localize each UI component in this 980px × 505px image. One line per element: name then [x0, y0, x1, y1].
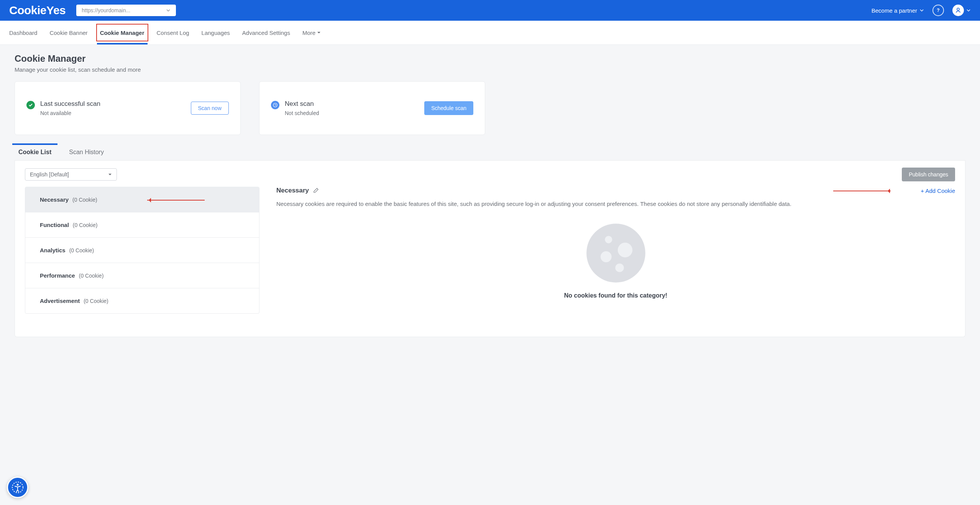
next-scan-sub: Not scheduled — [285, 110, 319, 116]
help-button[interactable]: ? — [932, 5, 944, 16]
last-scan-card: Last successful scan Not available Scan … — [15, 81, 241, 135]
next-scan-card: Next scan Not scheduled Schedule scan — [259, 81, 485, 135]
nav-cookie-banner[interactable]: Cookie Banner — [49, 21, 87, 44]
chevron-down-icon — [966, 8, 971, 13]
top-bar: CookieYes https://yourdomain... Become a… — [0, 0, 980, 21]
category-name: Performance — [40, 272, 75, 279]
top-bar-right: Become a partner ? — [872, 5, 971, 16]
svg-point-1 — [957, 8, 959, 10]
schedule-scan-button[interactable]: Schedule scan — [424, 101, 473, 115]
check-circle-icon — [26, 101, 35, 109]
annotation-arrow-icon — [147, 200, 205, 201]
category-item-advertisement[interactable]: Advertisement (0 Cookie) — [25, 288, 259, 313]
caret-down-icon — [317, 31, 321, 35]
panel-body: Necessary (0 Cookie) Functional (0 Cooki… — [15, 187, 965, 337]
category-name: Advertisement — [40, 298, 80, 304]
svg-point-5 — [617, 242, 632, 257]
svg-point-3 — [586, 224, 645, 283]
category-count: (0 Cookie) — [79, 273, 104, 279]
nav-cookie-manager[interactable]: Cookie Manager — [100, 21, 144, 44]
avatar-icon — [952, 5, 964, 16]
main-nav: Dashboard Cookie Banner Cookie Manager C… — [0, 21, 980, 45]
language-select[interactable]: English [Default] — [25, 168, 117, 181]
category-count: (0 Cookie) — [73, 222, 98, 228]
annotation-arrow-icon — [833, 191, 891, 191]
page-content: Cookie Manager Manage your cookie list, … — [0, 45, 980, 368]
empty-state: No cookies found for this category! — [276, 222, 955, 299]
empty-text: No cookies found for this category! — [564, 292, 667, 299]
category-name: Necessary — [40, 196, 69, 203]
tab-scan-history[interactable]: Scan History — [67, 144, 105, 160]
page-title: Cookie Manager — [15, 53, 965, 64]
become-partner-link[interactable]: Become a partner — [872, 7, 924, 14]
category-count: (0 Cookie) — [84, 298, 108, 304]
publish-changes-button[interactable]: Publish changes — [902, 168, 955, 181]
category-item-analytics[interactable]: Analytics (0 Cookie) — [25, 238, 259, 263]
nav-languages[interactable]: Languages — [202, 21, 230, 44]
user-menu[interactable] — [952, 5, 971, 16]
next-scan-title: Next scan — [285, 100, 319, 108]
chevron-down-icon — [166, 8, 171, 13]
category-item-performance[interactable]: Performance (0 Cookie) — [25, 263, 259, 288]
add-cookie-link[interactable]: + Add Cookie — [921, 188, 955, 194]
cookie-icon — [585, 222, 647, 284]
svg-point-7 — [615, 263, 624, 272]
detail-description: Necessary cookies are required to enable… — [276, 200, 955, 209]
detail-header: Necessary + Add Cookie — [276, 187, 955, 194]
last-scan-sub: Not available — [40, 110, 100, 116]
category-item-necessary[interactable]: Necessary (0 Cookie) — [25, 187, 259, 212]
language-value: English [Default] — [30, 171, 69, 178]
nav-consent-log[interactable]: Consent Log — [157, 21, 189, 44]
category-item-functional[interactable]: Functional (0 Cookie) — [25, 212, 259, 238]
panel-top: English [Default] Publish changes — [15, 161, 965, 187]
nav-more[interactable]: More — [302, 21, 321, 44]
logo-accent: Yes — [46, 4, 66, 16]
svg-point-4 — [605, 236, 612, 243]
edit-icon[interactable] — [313, 188, 319, 194]
tab-cookie-list[interactable]: Cookie List — [17, 144, 53, 160]
category-name: Analytics — [40, 247, 66, 253]
category-list: Necessary (0 Cookie) Functional (0 Cooki… — [25, 187, 259, 314]
chevron-down-icon — [919, 8, 924, 13]
last-scan-title: Last successful scan — [40, 100, 100, 108]
category-count: (0 Cookie) — [69, 247, 94, 253]
logo-main: Cookie — [9, 4, 46, 16]
nav-dashboard[interactable]: Dashboard — [9, 21, 37, 44]
partner-label: Become a partner — [872, 7, 917, 14]
category-detail: Necessary + Add Cookie Necessary cookies… — [276, 187, 955, 299]
category-name: Functional — [40, 222, 69, 228]
cookie-list-panel: English [Default] Publish changes Necess… — [15, 161, 965, 337]
clock-icon — [271, 101, 279, 109]
logo[interactable]: CookieYes — [9, 4, 66, 17]
tabs: Cookie List Scan History — [15, 144, 965, 161]
scan-cards-row: Last successful scan Not available Scan … — [15, 81, 965, 135]
page-subtitle: Manage your cookie list, scan schedule a… — [15, 66, 965, 73]
domain-select[interactable]: https://yourdomain... — [76, 5, 176, 16]
svg-text:?: ? — [937, 8, 939, 13]
caret-down-icon — [108, 173, 112, 176]
help-icon: ? — [932, 5, 944, 16]
scan-now-button[interactable]: Scan now — [191, 102, 229, 115]
nav-advanced-settings[interactable]: Advanced Settings — [242, 21, 290, 44]
domain-value: https://yourdomain... — [82, 7, 130, 13]
category-count: (0 Cookie) — [72, 197, 97, 203]
svg-point-6 — [601, 251, 612, 262]
detail-title: Necessary — [276, 187, 309, 194]
top-bar-left: CookieYes https://yourdomain... — [9, 4, 176, 17]
